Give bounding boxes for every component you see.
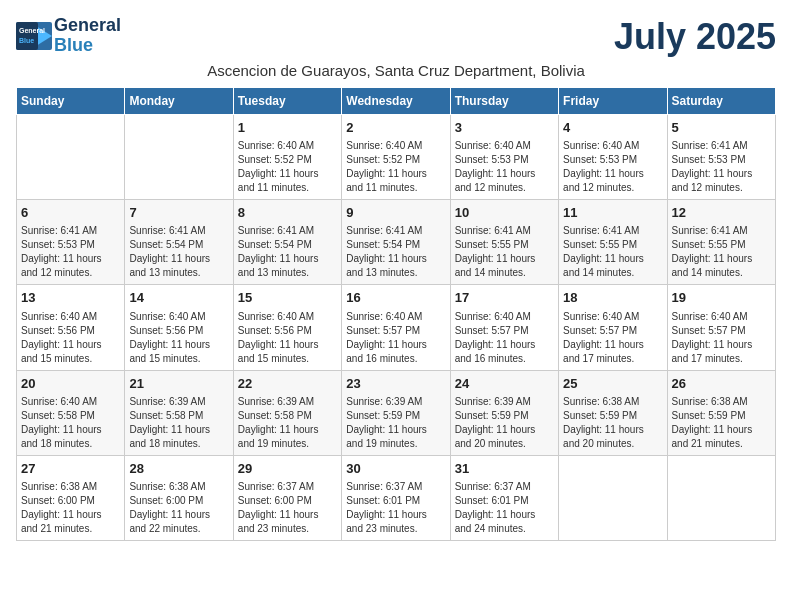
calendar-cell: 2Sunrise: 6:40 AM Sunset: 5:52 PM Daylig… <box>342 115 450 200</box>
day-info: Sunrise: 6:41 AM Sunset: 5:55 PM Dayligh… <box>455 224 554 280</box>
calendar-cell: 31Sunrise: 6:37 AM Sunset: 6:01 PM Dayli… <box>450 455 558 540</box>
calendar-cell: 19Sunrise: 6:40 AM Sunset: 5:57 PM Dayli… <box>667 285 775 370</box>
day-info: Sunrise: 6:39 AM Sunset: 5:59 PM Dayligh… <box>455 395 554 451</box>
calendar-cell: 6Sunrise: 6:41 AM Sunset: 5:53 PM Daylig… <box>17 200 125 285</box>
calendar-cell <box>17 115 125 200</box>
calendar-cell: 1Sunrise: 6:40 AM Sunset: 5:52 PM Daylig… <box>233 115 341 200</box>
calendar-cell: 26Sunrise: 6:38 AM Sunset: 5:59 PM Dayli… <box>667 370 775 455</box>
calendar-cell: 10Sunrise: 6:41 AM Sunset: 5:55 PM Dayli… <box>450 200 558 285</box>
day-header-thursday: Thursday <box>450 88 558 115</box>
location-title: Ascencion de Guarayos, Santa Cruz Depart… <box>16 62 776 79</box>
day-info: Sunrise: 6:40 AM Sunset: 5:57 PM Dayligh… <box>346 310 445 366</box>
day-number: 3 <box>455 119 554 137</box>
svg-text:General: General <box>19 27 45 34</box>
calendar-cell: 5Sunrise: 6:41 AM Sunset: 5:53 PM Daylig… <box>667 115 775 200</box>
day-info: Sunrise: 6:41 AM Sunset: 5:54 PM Dayligh… <box>129 224 228 280</box>
page-header: General Blue GeneralBlue July 2025 <box>16 16 776 58</box>
day-info: Sunrise: 6:40 AM Sunset: 5:52 PM Dayligh… <box>346 139 445 195</box>
calendar-cell: 9Sunrise: 6:41 AM Sunset: 5:54 PM Daylig… <box>342 200 450 285</box>
calendar-table: SundayMondayTuesdayWednesdayThursdayFrid… <box>16 87 776 541</box>
calendar-cell <box>667 455 775 540</box>
calendar-cell: 29Sunrise: 6:37 AM Sunset: 6:00 PM Dayli… <box>233 455 341 540</box>
day-number: 21 <box>129 375 228 393</box>
day-info: Sunrise: 6:39 AM Sunset: 5:58 PM Dayligh… <box>238 395 337 451</box>
svg-text:Blue: Blue <box>19 37 34 44</box>
day-number: 10 <box>455 204 554 222</box>
day-info: Sunrise: 6:41 AM Sunset: 5:53 PM Dayligh… <box>672 139 771 195</box>
day-number: 19 <box>672 289 771 307</box>
day-header-saturday: Saturday <box>667 88 775 115</box>
day-number: 8 <box>238 204 337 222</box>
calendar-cell: 20Sunrise: 6:40 AM Sunset: 5:58 PM Dayli… <box>17 370 125 455</box>
logo-icon: General Blue <box>16 22 52 50</box>
logo: General Blue GeneralBlue <box>16 16 121 56</box>
day-info: Sunrise: 6:41 AM Sunset: 5:55 PM Dayligh… <box>563 224 662 280</box>
day-info: Sunrise: 6:40 AM Sunset: 5:53 PM Dayligh… <box>563 139 662 195</box>
month-title: July 2025 <box>614 16 776 58</box>
day-number: 28 <box>129 460 228 478</box>
day-header-monday: Monday <box>125 88 233 115</box>
day-header-friday: Friday <box>559 88 667 115</box>
day-number: 16 <box>346 289 445 307</box>
day-number: 5 <box>672 119 771 137</box>
calendar-cell: 24Sunrise: 6:39 AM Sunset: 5:59 PM Dayli… <box>450 370 558 455</box>
calendar-cell: 12Sunrise: 6:41 AM Sunset: 5:55 PM Dayli… <box>667 200 775 285</box>
calendar-cell <box>125 115 233 200</box>
day-number: 15 <box>238 289 337 307</box>
day-info: Sunrise: 6:38 AM Sunset: 5:59 PM Dayligh… <box>672 395 771 451</box>
day-info: Sunrise: 6:40 AM Sunset: 5:56 PM Dayligh… <box>238 310 337 366</box>
day-info: Sunrise: 6:40 AM Sunset: 5:53 PM Dayligh… <box>455 139 554 195</box>
calendar-cell: 18Sunrise: 6:40 AM Sunset: 5:57 PM Dayli… <box>559 285 667 370</box>
calendar-cell: 7Sunrise: 6:41 AM Sunset: 5:54 PM Daylig… <box>125 200 233 285</box>
day-number: 11 <box>563 204 662 222</box>
calendar-cell: 17Sunrise: 6:40 AM Sunset: 5:57 PM Dayli… <box>450 285 558 370</box>
day-number: 18 <box>563 289 662 307</box>
day-number: 13 <box>21 289 120 307</box>
calendar-cell: 4Sunrise: 6:40 AM Sunset: 5:53 PM Daylig… <box>559 115 667 200</box>
day-number: 7 <box>129 204 228 222</box>
day-number: 31 <box>455 460 554 478</box>
calendar-cell: 13Sunrise: 6:40 AM Sunset: 5:56 PM Dayli… <box>17 285 125 370</box>
day-info: Sunrise: 6:40 AM Sunset: 5:57 PM Dayligh… <box>672 310 771 366</box>
day-info: Sunrise: 6:37 AM Sunset: 6:01 PM Dayligh… <box>455 480 554 536</box>
logo-text: GeneralBlue <box>54 16 121 56</box>
day-number: 4 <box>563 119 662 137</box>
day-info: Sunrise: 6:41 AM Sunset: 5:54 PM Dayligh… <box>238 224 337 280</box>
day-number: 1 <box>238 119 337 137</box>
day-number: 29 <box>238 460 337 478</box>
day-number: 30 <box>346 460 445 478</box>
day-number: 9 <box>346 204 445 222</box>
day-info: Sunrise: 6:38 AM Sunset: 6:00 PM Dayligh… <box>21 480 120 536</box>
calendar-cell <box>559 455 667 540</box>
day-number: 27 <box>21 460 120 478</box>
day-info: Sunrise: 6:40 AM Sunset: 5:56 PM Dayligh… <box>129 310 228 366</box>
day-number: 17 <box>455 289 554 307</box>
calendar-cell: 16Sunrise: 6:40 AM Sunset: 5:57 PM Dayli… <box>342 285 450 370</box>
calendar-cell: 11Sunrise: 6:41 AM Sunset: 5:55 PM Dayli… <box>559 200 667 285</box>
day-number: 12 <box>672 204 771 222</box>
day-info: Sunrise: 6:39 AM Sunset: 5:59 PM Dayligh… <box>346 395 445 451</box>
calendar-cell: 14Sunrise: 6:40 AM Sunset: 5:56 PM Dayli… <box>125 285 233 370</box>
day-info: Sunrise: 6:40 AM Sunset: 5:56 PM Dayligh… <box>21 310 120 366</box>
day-info: Sunrise: 6:41 AM Sunset: 5:54 PM Dayligh… <box>346 224 445 280</box>
day-number: 6 <box>21 204 120 222</box>
day-header-sunday: Sunday <box>17 88 125 115</box>
day-header-tuesday: Tuesday <box>233 88 341 115</box>
day-number: 26 <box>672 375 771 393</box>
day-info: Sunrise: 6:41 AM Sunset: 5:53 PM Dayligh… <box>21 224 120 280</box>
calendar-cell: 28Sunrise: 6:38 AM Sunset: 6:00 PM Dayli… <box>125 455 233 540</box>
day-number: 23 <box>346 375 445 393</box>
calendar-cell: 27Sunrise: 6:38 AM Sunset: 6:00 PM Dayli… <box>17 455 125 540</box>
day-info: Sunrise: 6:40 AM Sunset: 5:57 PM Dayligh… <box>563 310 662 366</box>
calendar-cell: 21Sunrise: 6:39 AM Sunset: 5:58 PM Dayli… <box>125 370 233 455</box>
day-info: Sunrise: 6:40 AM Sunset: 5:58 PM Dayligh… <box>21 395 120 451</box>
calendar-cell: 23Sunrise: 6:39 AM Sunset: 5:59 PM Dayli… <box>342 370 450 455</box>
calendar-cell: 22Sunrise: 6:39 AM Sunset: 5:58 PM Dayli… <box>233 370 341 455</box>
day-info: Sunrise: 6:40 AM Sunset: 5:52 PM Dayligh… <box>238 139 337 195</box>
calendar-cell: 15Sunrise: 6:40 AM Sunset: 5:56 PM Dayli… <box>233 285 341 370</box>
day-info: Sunrise: 6:37 AM Sunset: 6:00 PM Dayligh… <box>238 480 337 536</box>
calendar-cell: 25Sunrise: 6:38 AM Sunset: 5:59 PM Dayli… <box>559 370 667 455</box>
day-number: 20 <box>21 375 120 393</box>
day-info: Sunrise: 6:41 AM Sunset: 5:55 PM Dayligh… <box>672 224 771 280</box>
day-info: Sunrise: 6:39 AM Sunset: 5:58 PM Dayligh… <box>129 395 228 451</box>
